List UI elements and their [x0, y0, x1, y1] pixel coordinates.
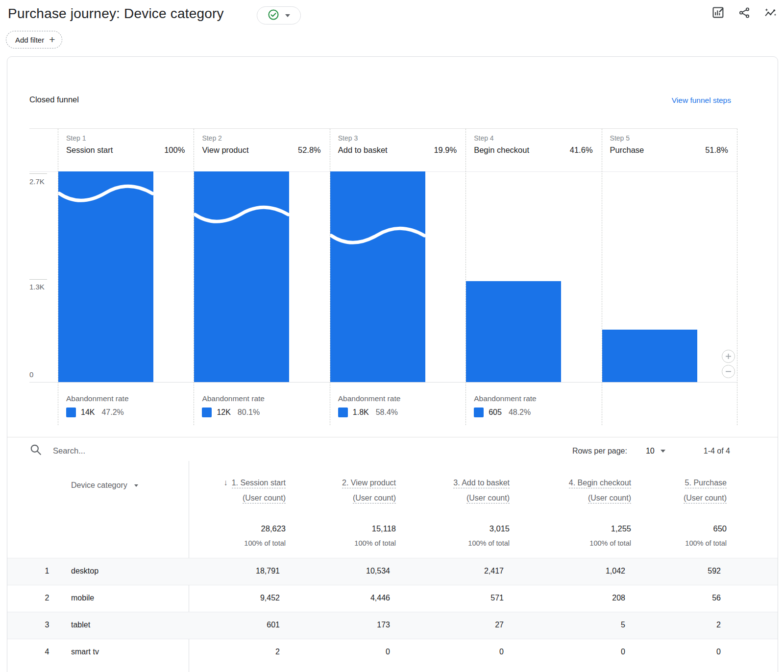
zoom-in-button[interactable]: [722, 350, 735, 363]
clip-squiggle: [330, 219, 425, 249]
abandonment-rate: 80.1%: [238, 408, 260, 417]
device-category-header[interactable]: Device category: [71, 481, 138, 490]
total-share: 100% of total: [197, 537, 286, 550]
cell-begin-checkout: 5: [517, 621, 625, 629]
funnel-bar-view-product[interactable]: [194, 171, 289, 382]
step-completion-rate: 51.8%: [705, 145, 728, 155]
funnel-bar-session-start[interactable]: [58, 171, 153, 382]
page-title: Purchase journey: Device category: [8, 6, 224, 22]
abandonment-value: 1.8K: [353, 408, 369, 417]
search-input[interactable]: [53, 446, 298, 456]
abandonment-rate: 47.2%: [101, 408, 123, 417]
total-share: 100% of total: [643, 537, 727, 550]
abandonment-label: Abandonment rate: [474, 394, 537, 403]
table-search: [29, 443, 298, 458]
step-number: Step 3: [338, 134, 457, 142]
clip-squiggle: [58, 177, 153, 207]
column-header-view-product[interactable]: 2. View product (User count): [298, 475, 396, 505]
column-subtitle: (User count): [466, 494, 510, 504]
total-begin-checkout: 1,255 100% of total: [523, 522, 631, 550]
row-device: tablet: [71, 621, 90, 629]
sort-descending-icon: ↓: [223, 478, 228, 487]
row-device: mobile: [71, 594, 94, 602]
abandonment-step-3: Abandonment rate 1.8K 58.4%: [338, 394, 401, 417]
step-number: Step 2: [202, 134, 320, 142]
table-row-tablet[interactable]: 3 tablet 601 173 27 5 2: [7, 612, 778, 639]
step-number: Step 5: [610, 134, 728, 142]
y-tick-13k: [29, 279, 47, 280]
legend-swatch: [202, 408, 212, 417]
cell-begin-checkout: 1,042: [517, 567, 625, 576]
chevron-down-icon: [285, 14, 290, 17]
device-category-label: Device category: [71, 481, 127, 490]
zoom-out-button[interactable]: [722, 365, 735, 378]
column-title: 3. Add to basket: [453, 479, 510, 488]
abandonment-step-1: Abandonment rate 14K 47.2%: [66, 394, 129, 417]
step-completion-rate: 100%: [164, 145, 185, 155]
step-name: Session start: [66, 145, 113, 155]
legend-swatch: [338, 408, 348, 417]
cell-session-start: 18,791: [192, 567, 280, 576]
cell-view-product: 0: [292, 648, 390, 656]
cell-session-start: 9,452: [192, 594, 280, 602]
rows-per-page-caret-icon[interactable]: [661, 450, 665, 453]
column-title: 5. Purchase: [685, 479, 727, 488]
row-device: desktop: [71, 567, 98, 576]
total-add-to-basket: 3,015 100% of total: [407, 522, 510, 550]
cell-purchase: 592: [637, 567, 721, 576]
view-funnel-steps-link[interactable]: View funnel steps: [672, 96, 731, 105]
row-index: 4: [40, 648, 54, 656]
total-value: 28,623: [197, 522, 286, 535]
step-completion-rate: 19.9%: [434, 145, 457, 155]
edit-chart-icon[interactable]: [711, 6, 725, 20]
pagination-controls: Rows per page: 10 1-4 of 4: [572, 447, 730, 456]
cell-add-to-basket: 0: [401, 648, 504, 656]
abandonment-rate: 48.2%: [509, 408, 531, 417]
cell-purchase: 2: [637, 621, 721, 629]
row-index: 2: [40, 594, 54, 602]
column-subtitle: (User count): [243, 494, 286, 504]
ga4-funnel-exploration: Purchase journey: Device category: [0, 0, 784, 672]
report-status-badge[interactable]: [257, 6, 301, 24]
add-filter-button[interactable]: Add filter +: [6, 31, 62, 48]
insights-icon[interactable]: [763, 6, 777, 20]
table-separator: [7, 437, 778, 437]
clip-squiggle: [194, 198, 289, 228]
y-label-13k: 1.3K: [29, 283, 45, 291]
cell-add-to-basket: 571: [401, 594, 504, 602]
total-value: 1,255: [523, 522, 631, 535]
legend-swatch: [66, 408, 76, 417]
step-name: Add to basket: [338, 145, 388, 155]
total-value: 15,118: [298, 522, 396, 535]
pagination-range: 1-4 of 4: [704, 447, 730, 456]
column-title: 2. View product: [342, 479, 396, 488]
column-subtitle: (User count): [588, 494, 631, 504]
search-icon: [29, 443, 42, 458]
cell-purchase: 0: [637, 648, 721, 656]
cell-view-product: 173: [292, 621, 390, 629]
abandonment-value: 14K: [81, 408, 95, 417]
column-header-purchase[interactable]: 5. Purchase (User count): [643, 475, 727, 505]
column-title: 4. Begin checkout: [569, 479, 631, 488]
funnel-bar-begin-checkout[interactable]: [466, 281, 561, 382]
abandonment-value: 605: [489, 408, 502, 417]
column-header-session-start[interactable]: ↓1. Session start (User count): [197, 475, 286, 505]
column-subtitle: (User count): [353, 494, 396, 504]
funnel-bar-purchase[interactable]: [602, 330, 697, 382]
step-number: Step 4: [474, 134, 592, 142]
table-row-smart-tv[interactable]: 4 smart tv 2 0 0 0 0: [7, 639, 778, 666]
cell-view-product: 4,446: [292, 594, 390, 602]
column-subtitle: (User count): [684, 494, 727, 504]
column-header-add-to-basket[interactable]: 3. Add to basket (User count): [407, 475, 510, 505]
plus-icon: +: [49, 34, 55, 45]
table-row-desktop[interactable]: 1 desktop 18,791 10,534 2,417 1,042 592: [7, 558, 778, 585]
funnel-bar-add-to-basket[interactable]: [330, 171, 425, 382]
step-completion-rate: 41.6%: [570, 145, 593, 155]
share-icon[interactable]: [738, 6, 751, 19]
column-header-begin-checkout[interactable]: 4. Begin checkout (User count): [523, 475, 631, 505]
rows-per-page-value[interactable]: 10: [646, 447, 655, 456]
cell-begin-checkout: 0: [517, 648, 625, 656]
total-purchase: 650 100% of total: [643, 522, 727, 550]
abandonment-label: Abandonment rate: [66, 394, 129, 403]
table-row-mobile[interactable]: 2 mobile 9,452 4,446 571 208 56: [7, 585, 778, 612]
